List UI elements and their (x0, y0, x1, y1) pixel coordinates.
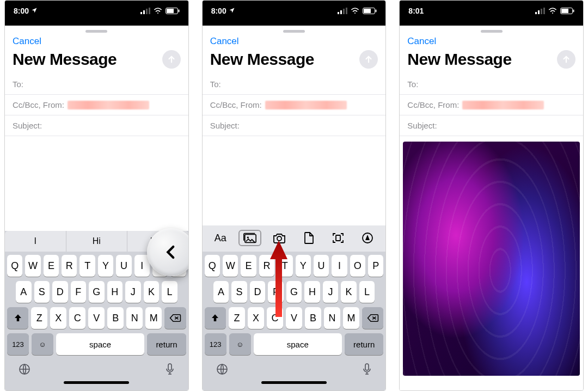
cancel-button[interactable]: Cancel (210, 36, 239, 47)
key-c[interactable]: C (69, 307, 85, 329)
key-u[interactable]: U (314, 255, 329, 277)
space-key[interactable]: space (56, 333, 144, 355)
cancel-button[interactable]: Cancel (407, 36, 436, 47)
shift-key[interactable] (205, 307, 226, 329)
return-key[interactable]: return (345, 333, 383, 355)
key-x[interactable]: X (50, 307, 66, 329)
key-q[interactable]: Q (7, 255, 22, 277)
delete-key[interactable] (362, 307, 383, 329)
key-s[interactable]: S (34, 281, 50, 303)
key-c[interactable]: C (267, 307, 283, 329)
send-button[interactable] (162, 50, 181, 69)
key-n[interactable]: N (126, 307, 143, 329)
attached-image[interactable] (403, 142, 580, 376)
home-indicator[interactable] (64, 381, 129, 384)
sheet-grabber[interactable] (85, 30, 107, 33)
redacted-from-address (68, 101, 149, 109)
key-t[interactable]: T (277, 255, 292, 277)
send-button[interactable] (557, 50, 575, 69)
text-format-button[interactable]: Aa (209, 230, 232, 246)
to-field[interactable]: To: (5, 74, 188, 95)
globe-icon[interactable] (216, 363, 229, 378)
key-u[interactable]: U (116, 255, 131, 277)
key-a[interactable]: A (16, 281, 32, 303)
subject-field[interactable]: Subject: (5, 115, 188, 136)
key-w[interactable]: W (223, 255, 238, 277)
shift-key[interactable] (7, 307, 28, 329)
key-j[interactable]: J (323, 281, 339, 303)
wifi-icon (351, 8, 359, 14)
home-indicator[interactable] (459, 382, 524, 385)
key-l[interactable]: L (162, 281, 177, 303)
key-o[interactable]: O (350, 255, 365, 277)
ccbcc-from-field[interactable]: Cc/Bcc, From: (400, 95, 583, 115)
sheet-grabber[interactable] (283, 30, 305, 33)
key-p[interactable]: P (368, 255, 383, 277)
return-key[interactable]: return (147, 333, 186, 355)
key-m[interactable]: M (343, 307, 359, 329)
key-f[interactable]: F (268, 281, 284, 303)
key-j[interactable]: J (125, 281, 141, 303)
markup-button[interactable] (356, 230, 379, 246)
key-f[interactable]: F (71, 281, 87, 303)
key-g[interactable]: G (286, 281, 302, 303)
key-h[interactable]: H (304, 281, 320, 303)
message-body[interactable] (5, 136, 188, 231)
numbers-key[interactable]: 123 (7, 333, 29, 355)
cancel-button[interactable]: Cancel (13, 36, 41, 47)
subject-field[interactable]: Subject: (400, 115, 583, 136)
key-t[interactable]: T (79, 255, 95, 277)
home-indicator[interactable] (261, 381, 327, 384)
key-h[interactable]: H (107, 281, 123, 303)
camera-button[interactable] (268, 230, 291, 246)
emoji-key[interactable]: ☺ (229, 333, 251, 355)
key-q[interactable]: Q (205, 255, 220, 277)
key-r[interactable]: R (259, 255, 274, 277)
to-field[interactable]: To: (400, 74, 583, 95)
key-x[interactable]: X (248, 307, 264, 329)
scan-document-button[interactable] (327, 230, 350, 246)
message-body[interactable] (400, 136, 583, 390)
suggestion-2[interactable]: Hi (66, 231, 128, 252)
key-s[interactable]: S (231, 281, 247, 303)
emoji-key[interactable]: ☺ (32, 333, 53, 355)
globe-icon[interactable] (18, 363, 31, 378)
key-e[interactable]: E (44, 255, 59, 277)
key-k[interactable]: K (341, 281, 357, 303)
delete-key[interactable] (164, 307, 186, 329)
key-a[interactable]: A (213, 281, 229, 303)
key-b[interactable]: B (305, 307, 321, 329)
key-k[interactable]: K (144, 281, 160, 303)
key-i[interactable]: I (332, 255, 347, 277)
key-w[interactable]: W (25, 255, 40, 277)
key-g[interactable]: G (89, 281, 105, 303)
key-n[interactable]: N (324, 307, 340, 329)
numbers-key[interactable]: 123 (205, 333, 226, 355)
sheet-grabber[interactable] (481, 30, 503, 33)
subject-field[interactable]: Subject: (203, 115, 386, 136)
key-v[interactable]: V (286, 307, 302, 329)
key-b[interactable]: B (107, 307, 124, 329)
dictation-icon[interactable] (362, 363, 372, 378)
ccbcc-from-field[interactable]: Cc/Bcc, From: (203, 95, 386, 115)
suggestion-1[interactable]: I (5, 231, 66, 252)
key-y[interactable]: Y (296, 255, 311, 277)
key-v[interactable]: V (88, 307, 105, 329)
key-y[interactable]: Y (98, 255, 113, 277)
send-button[interactable] (359, 50, 378, 69)
key-m[interactable]: M (145, 307, 162, 329)
message-body[interactable] (203, 136, 386, 225)
ccbcc-from-field[interactable]: Cc/Bcc, From: (5, 95, 188, 115)
key-z[interactable]: Z (31, 307, 47, 329)
to-field[interactable]: To: (203, 74, 386, 95)
attach-document-button[interactable] (297, 230, 320, 246)
space-key[interactable]: space (254, 333, 342, 355)
key-l[interactable]: L (359, 281, 375, 303)
photo-library-button[interactable] (238, 230, 261, 246)
key-e[interactable]: E (241, 255, 256, 277)
key-d[interactable]: D (52, 281, 68, 303)
key-d[interactable]: D (250, 281, 266, 303)
key-z[interactable]: Z (229, 307, 245, 329)
key-r[interactable]: R (62, 255, 77, 277)
dictation-icon[interactable] (164, 363, 175, 378)
